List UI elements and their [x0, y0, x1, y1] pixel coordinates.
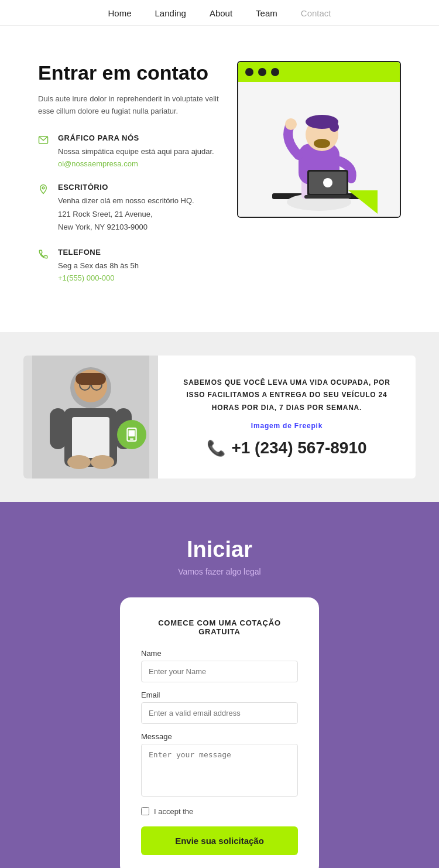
contact-form-card: COMECE COM UMA COTAÇÃO GRATUITA Name Ema… — [120, 597, 319, 868]
delivery-phone-number: +1 (234) 567-8910 — [231, 439, 366, 457]
svg-rect-16 — [304, 195, 351, 199]
delivery-description: SABEMOS QUE VOCÊ LEVA UMA VIDA OCUPADA, … — [176, 377, 398, 415]
office-title: ESCRITÓRIO — [58, 183, 194, 192]
delivery-text: SABEMOS QUE VOCÊ LEVA UMA VIDA OCUPADA, … — [158, 356, 416, 479]
nav-contact[interactable]: Contact — [301, 8, 331, 18]
accept-checkbox[interactable] — [141, 807, 149, 815]
iniciar-section: Iniciar Vamos fazer algo legal COMECE CO… — [0, 502, 439, 868]
office-desc: Venha dizer olá em nosso escritório HQ. — [58, 194, 194, 207]
email-label: Email — [141, 691, 298, 699]
contact-left: Entrar em contato Duis aute irure dolor … — [38, 61, 220, 297]
name-label: Name — [141, 649, 298, 658]
office-icon — [38, 184, 51, 233]
name-input[interactable] — [141, 661, 298, 682]
office-addr1: 121 Rock Sreet, 21 Avenue, — [58, 208, 194, 221]
svg-rect-32 — [129, 430, 135, 436]
svg-point-10 — [330, 122, 339, 132]
svg-rect-29 — [76, 373, 106, 385]
svg-rect-20 — [72, 417, 109, 458]
browser-dot-2 — [258, 68, 266, 76]
browser-dot-3 — [271, 68, 279, 76]
delivery-credit-brand: Freepik — [294, 422, 323, 430]
email-field-group: Email — [141, 691, 298, 724]
email-title: GRÁFICO PARA NÓS — [58, 134, 214, 142]
phone-link[interactable]: +1(555) 000-000 — [58, 274, 115, 282]
phone-title: TELEFONE — [58, 248, 139, 257]
delivery-credit: Imagem de Freepik — [251, 420, 323, 433]
svg-rect-21 — [50, 408, 66, 449]
delivery-person-svg — [32, 356, 149, 479]
svg-point-24 — [91, 455, 114, 469]
nav-home[interactable]: Home — [108, 8, 132, 18]
email-link[interactable]: oi@nossaempresa.com — [58, 159, 138, 168]
phone-icon — [38, 249, 51, 283]
contact-heading: Entrar em contato — [38, 61, 220, 85]
svg-point-23 — [67, 455, 91, 469]
contact-illustration — [255, 85, 383, 214]
message-input[interactable] — [141, 744, 298, 797]
contact-section: Entrar em contato Duis aute irure dolor … — [0, 26, 439, 332]
form-title: COMECE COM UMA COTAÇÃO GRATUITA — [141, 618, 298, 636]
checkbox-label: I accept the — [154, 807, 193, 816]
delivery-section: SABEMOS QUE VOCÊ LEVA UMA VIDA OCUPADA, … — [0, 332, 439, 502]
svg-point-12 — [285, 118, 297, 130]
browser-dot-1 — [245, 68, 253, 76]
office-addr2: New York, NY 92103-9000 — [58, 221, 194, 234]
contact-item-email: GRÁFICO PARA NÓS Nossa simpática equipe … — [38, 134, 220, 169]
message-label: Message — [141, 732, 298, 741]
contact-item-office: ESCRITÓRIO Venha dizer olá em nosso escr… — [38, 183, 220, 233]
nav-about[interactable]: About — [210, 8, 232, 18]
phone-green-icon: 📞 — [207, 439, 225, 457]
iniciar-heading: Iniciar — [187, 537, 252, 562]
contact-item-phone: TELEFONE Seg a Sex das 8h às 5h +1(555) … — [38, 248, 220, 283]
delivery-card: SABEMOS QUE VOCÊ LEVA UMA VIDA OCUPADA, … — [23, 356, 416, 479]
navbar: Home Landing About Team Contact — [0, 0, 439, 26]
browser-illustration — [237, 61, 401, 218]
svg-point-11 — [314, 139, 330, 148]
contact-subtitle: Duis aute irure dolor in reprehenderit i… — [38, 93, 220, 118]
nav-landing[interactable]: Landing — [155, 8, 186, 18]
delivery-phone: 📞 +1 (234) 567-8910 — [207, 439, 366, 457]
email-input[interactable] — [141, 702, 298, 724]
delivery-badge — [117, 420, 146, 449]
svg-marker-3 — [348, 190, 378, 214]
submit-button[interactable]: Envie sua solicitação — [141, 826, 298, 855]
delivery-image — [23, 356, 158, 479]
svg-rect-31 — [130, 438, 134, 439]
svg-point-15 — [323, 178, 332, 187]
phone-hours: Seg a Sex das 8h às 5h — [58, 259, 139, 272]
email-desc: Nossa simpática equipe está aqui para aj… — [58, 145, 214, 158]
delivery-credit-prefix: Imagem de — [251, 422, 292, 430]
name-field-group: Name — [141, 649, 298, 682]
nav-team[interactable]: Team — [256, 8, 277, 18]
checkbox-row: I accept the — [141, 807, 298, 816]
iniciar-tagline: Vamos fazer algo legal — [178, 567, 260, 576]
svg-point-1 — [42, 187, 44, 189]
email-icon — [38, 135, 51, 169]
message-field-group: Message — [141, 732, 298, 799]
